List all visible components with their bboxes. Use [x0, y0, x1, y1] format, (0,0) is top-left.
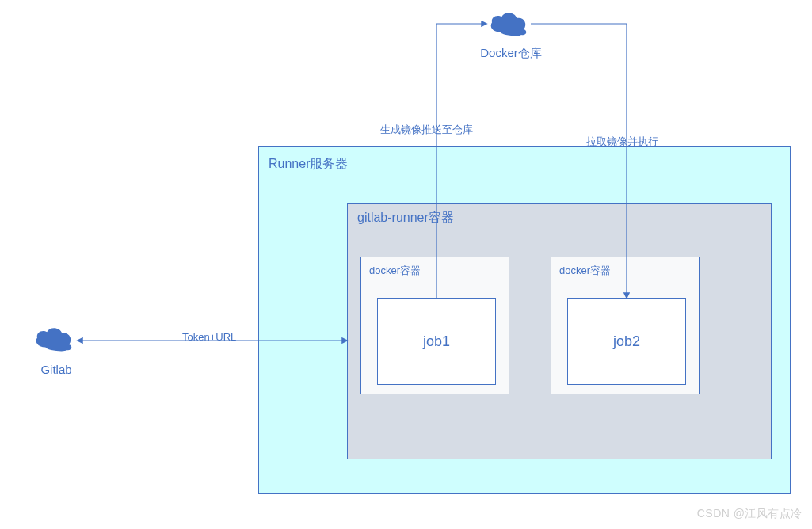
cloud-icon [486, 10, 531, 38]
watermark: CSDN @江风有点冷 [697, 507, 802, 521]
push-image-edge-label: 生成镜像推送至仓库 [380, 123, 473, 137]
gitlab-cloud-label: Gitlab [36, 363, 76, 376]
gitlab-runner-container-label: gitlab-runner容器 [357, 210, 454, 226]
job1-label: job1 [423, 333, 450, 350]
token-url-edge-label: Token+URL [182, 331, 236, 343]
cloud-icon [32, 325, 76, 353]
docker-container-2-label: docker容器 [559, 264, 611, 278]
job2-label: job2 [613, 333, 640, 350]
job1-box: job1 [377, 298, 496, 385]
pull-image-edge-label: 拉取镜像并执行 [586, 135, 658, 149]
docker-container-1-label: docker容器 [369, 264, 421, 278]
job2-box: job2 [567, 298, 686, 385]
docker-cloud-label: Docker仓库 [475, 46, 547, 61]
runner-server-label: Runner服务器 [269, 156, 348, 173]
